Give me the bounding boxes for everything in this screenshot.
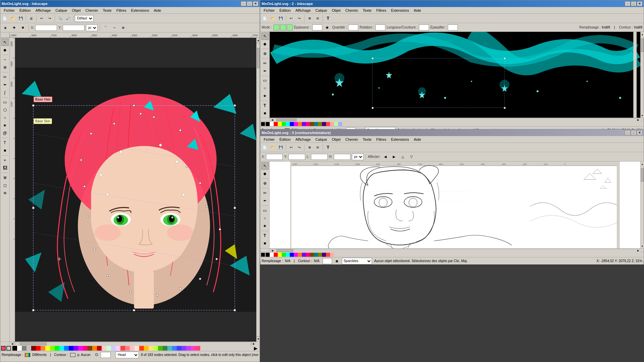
palette-crimson[interactable] [97, 346, 102, 351]
menu-fichier[interactable]: Fichier [2, 8, 17, 13]
tool-circle[interactable]: ○ [1, 114, 9, 121]
tool-rect-s2[interactable]: ▭ [261, 77, 269, 84]
menu-fichier-s3[interactable]: Fichier [262, 137, 277, 142]
undo-btn-s3[interactable]: ↩ [287, 144, 295, 151]
menu-calque-s2[interactable]: Calque [313, 8, 329, 13]
scroll-thumb-h[interactable] [20, 343, 47, 345]
menu-edition-s3[interactable]: Édition [277, 137, 293, 142]
scroll-right-s2[interactable]: ▶ [636, 118, 640, 122]
x-input-s3[interactable]: 5,000 [266, 154, 283, 160]
brush-select-s3[interactable]: Sparckles [342, 258, 372, 264]
quantite-input-s2[interactable]: 14 [348, 24, 358, 31]
ps3-hotpink[interactable] [306, 253, 310, 257]
opacity-s3b[interactable]: 100 [323, 258, 332, 264]
palette-skyblue[interactable] [64, 346, 69, 351]
tool-spiral[interactable]: @ [1, 129, 9, 137]
tool-pen[interactable]: ✏ [1, 73, 9, 81]
zoom-out-btn[interactable]: 🔎 [64, 15, 72, 22]
ps3-black[interactable] [266, 253, 270, 257]
scroll-up-s3[interactable]: ▲ [641, 162, 644, 166]
menu-chemin-s2[interactable]: Chemin [343, 8, 360, 13]
palette-pink[interactable] [191, 346, 196, 351]
palette-green[interactable] [55, 346, 59, 351]
text-btn-s2[interactable]: T [324, 15, 332, 22]
tool-pen-s3[interactable]: ✏ [261, 189, 269, 197]
palette-black[interactable] [12, 346, 17, 351]
affecter-btn2[interactable]: ▶ [390, 153, 398, 161]
tool-zoom-s2[interactable]: ⊕ [261, 50, 269, 57]
ps3-violet[interactable] [302, 253, 306, 257]
scroll-up-btn[interactable]: ▲ [257, 38, 260, 43]
zoom-in-btn-s3[interactable]: ⊕ [306, 144, 313, 151]
del-node-btn[interactable]: ✖ [19, 24, 26, 32]
tool-dropdown-select[interactable]: Head Base Hair Base Skin [115, 352, 139, 358]
palette-mint[interactable] [106, 346, 111, 351]
tool-text-s3[interactable]: T [261, 232, 269, 239]
palette-periwinkle[interactable] [111, 346, 116, 351]
menu-calque[interactable]: Calque [53, 8, 69, 13]
tool-gradient-s2[interactable]: ■ [261, 110, 269, 117]
scroll-right-s3[interactable]: ▶ [636, 249, 640, 252]
palette-rose[interactable] [196, 346, 200, 351]
tool-star-s2[interactable]: ★ [261, 92, 269, 100]
save-btn[interactable]: 💾 [17, 15, 24, 22]
y-coord-input[interactable]: 1997,35 [63, 25, 85, 31]
mode-btn3[interactable] [287, 24, 293, 31]
menu-objet[interactable]: Objet [70, 8, 83, 13]
tool-connector[interactable]: ⌖ [1, 157, 9, 164]
close-btn-main[interactable]: ✕ [253, 1, 258, 6]
longueur-input-s2[interactable]: 2 [419, 24, 429, 31]
rotation-input-s2[interactable]: 0 [375, 24, 385, 31]
palette-medblue[interactable] [177, 346, 181, 351]
minimize-btn-second[interactable]: ─ [625, 1, 630, 6]
tool-select[interactable]: ↖ [1, 39, 9, 46]
l-input-s3[interactable]: 0,001 [311, 154, 328, 160]
palette-magenta[interactable] [78, 346, 83, 351]
ps3-yellow[interactable] [278, 253, 282, 257]
zoom-in-btn[interactable]: 🔍 [56, 15, 64, 22]
tool-eraser[interactable]: ◻ [1, 182, 9, 189]
ps3-teal[interactable] [314, 253, 318, 257]
tool-paint-bucket[interactable]: ⋓ [1, 174, 9, 181]
epaisseur-icon-s2[interactable]: ◉ [324, 24, 331, 31]
open-btn-s2[interactable]: 📂 [269, 15, 276, 22]
menu-texte-s3[interactable]: Texte [361, 137, 373, 142]
menu-filtres[interactable]: Filtres [114, 8, 128, 13]
canvas-sketch[interactable]: -1300 -1200 -1100 -1000 -900 -800 -700 -… [270, 162, 640, 248]
palette-lime[interactable] [50, 346, 55, 351]
menu-extensions-s2[interactable]: Extensions [389, 8, 411, 13]
menu-filtres-s2[interactable]: Filtres [374, 8, 388, 13]
palette-violet[interactable] [181, 346, 186, 351]
menu-edition[interactable]: Édition [17, 8, 33, 13]
current-fill-s2[interactable] [261, 122, 265, 126]
unit-select[interactable]: px [86, 24, 98, 31]
scroll-thumb-v[interactable] [257, 48, 260, 68]
scroll-thumb-h-s2[interactable] [276, 119, 297, 121]
menu-texte[interactable]: Texte [101, 8, 113, 13]
minimize-btn-main[interactable]: ─ [241, 1, 246, 6]
h-input-s3[interactable]: 0,001 [334, 154, 351, 160]
tool-select-s3[interactable]: ↖ [261, 162, 269, 170]
menu-texte-s2[interactable]: Texte [361, 8, 373, 13]
maximize-btn-main[interactable]: □ [247, 1, 252, 6]
print-btn[interactable]: 🖨 [28, 15, 35, 22]
tool-3d-box[interactable]: ⬡ [1, 106, 9, 114]
palette-cyan[interactable] [59, 346, 64, 351]
menu-aide-s3[interactable]: Aide [412, 137, 423, 142]
scroll-down-btn[interactable]: ▼ [257, 336, 260, 342]
tool-star-s3[interactable]: ★ [261, 222, 269, 230]
scrollbar-v-third[interactable]: ▲ ▼ [640, 162, 644, 248]
scroll-thumb-v-s2[interactable] [641, 39, 644, 52]
ps3-brown[interactable] [310, 253, 314, 257]
x-coord-input[interactable]: -3481,3 [35, 25, 57, 31]
tool-text-s2[interactable]: T [261, 102, 269, 109]
palette-lavender[interactable] [116, 346, 120, 351]
ps2-mint[interactable] [334, 122, 338, 126]
tool-select-s2[interactable]: ↖ [261, 33, 269, 40]
menu-affichage-s2[interactable]: Affichage [293, 8, 313, 13]
tool-callig[interactable]: ∫ [1, 89, 9, 96]
menu-chemin-s3[interactable]: Chemin [343, 137, 360, 142]
ps3-indigo[interactable] [322, 253, 326, 257]
fill-swatch-main[interactable] [25, 353, 30, 357]
palette-lightred[interactable] [125, 346, 130, 351]
